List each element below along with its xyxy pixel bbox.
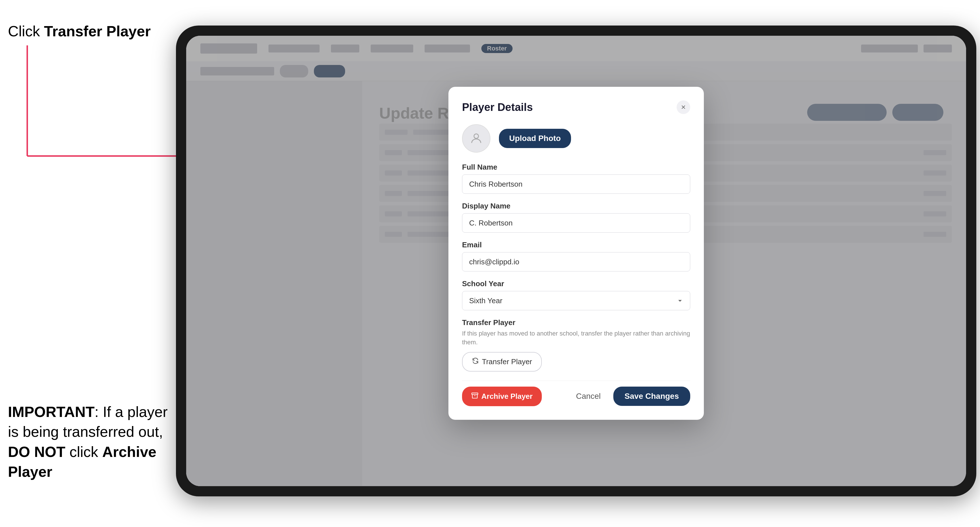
important-label: IMPORTANT [8, 404, 94, 420]
tablet-screen: Roster Update Roster [186, 36, 966, 486]
archive-svg-icon [471, 392, 479, 399]
display-name-input[interactable] [462, 213, 690, 233]
archive-player-button[interactable]: Archive Player [462, 387, 542, 406]
modal-footer: Archive Player Cancel Save Changes [462, 381, 690, 406]
modal-title: Player Details [462, 101, 533, 113]
full-name-input[interactable] [462, 175, 690, 194]
save-changes-button[interactable]: Save Changes [613, 387, 690, 406]
full-name-group: Full Name [462, 163, 690, 194]
archive-icon [471, 392, 479, 401]
display-name-group: Display Name [462, 202, 690, 233]
upload-photo-button[interactable]: Upload Photo [499, 129, 571, 148]
email-input[interactable] [462, 252, 690, 271]
bottom-text-2: click [65, 444, 102, 460]
person-icon [469, 132, 483, 145]
email-label: Email [462, 241, 690, 249]
archive-button-label: Archive Player [481, 392, 533, 401]
transfer-svg-icon [472, 357, 479, 365]
transfer-player-button[interactable]: Transfer Player [462, 352, 542, 371]
modal-close-button[interactable]: × [677, 100, 690, 114]
player-details-modal: Player Details × Upload Photo [449, 87, 704, 420]
modal-header: Player Details × [462, 100, 690, 114]
click-instruction-bold: Transfer Player [44, 23, 151, 40]
cancel-button[interactable]: Cancel [569, 387, 607, 406]
modal-overlay: Player Details × Upload Photo [186, 36, 966, 486]
do-not-label: DO NOT [8, 444, 65, 460]
avatar-placeholder [462, 124, 490, 152]
transfer-button-label: Transfer Player [482, 357, 532, 366]
transfer-icon [472, 357, 479, 367]
svg-rect-4 [472, 393, 478, 394]
school-year-select[interactable]: First Year Second Year Third Year Fourth… [462, 291, 690, 310]
annotation-arrow [14, 45, 189, 167]
bottom-instruction: IMPORTANT: If a player is being transfer… [8, 402, 178, 482]
display-name-label: Display Name [462, 202, 690, 211]
full-name-label: Full Name [462, 163, 690, 171]
transfer-player-section: Transfer Player If this player has moved… [462, 318, 690, 371]
svg-point-3 [474, 134, 479, 138]
transfer-section-description: If this player has moved to another scho… [462, 329, 690, 347]
transfer-section-title: Transfer Player [462, 318, 690, 327]
tablet-device: Roster Update Roster [176, 25, 976, 496]
email-group: Email [462, 241, 690, 271]
school-year-group: School Year First Year Second Year Third… [462, 279, 690, 310]
school-year-label: School Year [462, 279, 690, 288]
click-instruction: Click Transfer Player [8, 23, 151, 40]
avatar-section: Upload Photo [462, 124, 690, 152]
